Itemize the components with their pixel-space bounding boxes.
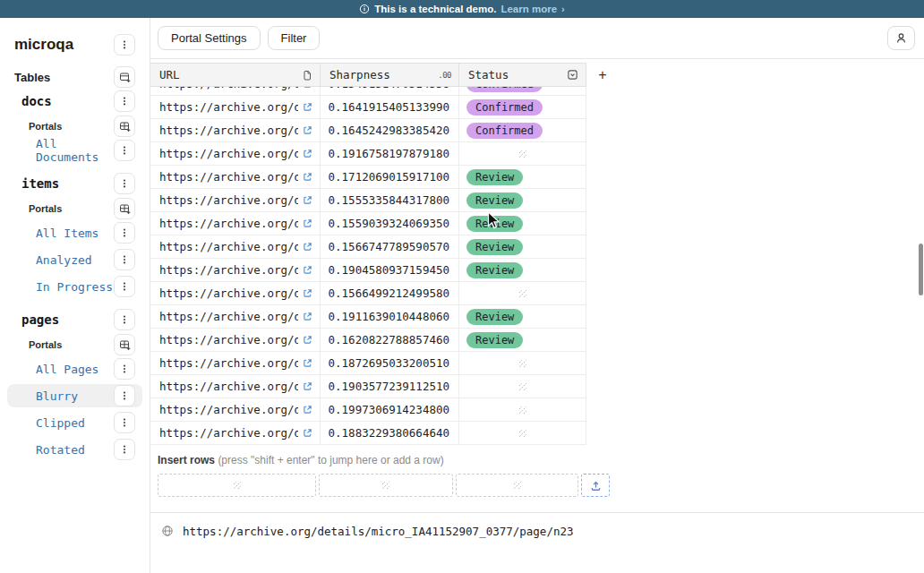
sharpness-cell[interactable]: 0.1555335844317800 xyxy=(321,189,459,212)
portal-menu-button[interactable] xyxy=(114,140,135,161)
sidebar-portal-clipped[interactable]: Clipped xyxy=(7,411,142,434)
banner-learn-more-link[interactable]: Learn more xyxy=(500,4,557,14)
portal-menu-button[interactable] xyxy=(114,358,135,380)
status-cell[interactable] xyxy=(459,352,586,375)
status-cell[interactable]: Review xyxy=(459,212,586,235)
status-cell[interactable] xyxy=(459,375,586,398)
sidebar-portal-blurry[interactable]: Blurry xyxy=(7,384,142,407)
status-cell[interactable]: Review xyxy=(459,259,586,282)
sharpness-cell[interactable]: 0.1883229380664640 xyxy=(321,422,459,445)
external-link-icon[interactable] xyxy=(303,242,312,252)
portal-settings-button[interactable]: Portal Settings xyxy=(158,26,261,50)
insert-cell-url[interactable] xyxy=(158,474,316,497)
status-cell[interactable]: Review xyxy=(459,166,586,189)
sharpness-cell[interactable]: 0.1566499212499580 xyxy=(321,282,459,305)
portal-menu-button[interactable] xyxy=(114,249,135,270)
table-menu-button[interactable] xyxy=(114,90,135,112)
url-cell[interactable]: https://archive.org/det… xyxy=(150,398,321,422)
portal-menu-button[interactable] xyxy=(114,276,135,297)
sharpness-cell[interactable]: 0.1712069015917100 xyxy=(321,166,459,189)
status-cell[interactable]: Review xyxy=(459,305,586,329)
sharpness-cell[interactable]: 0.1641915405133990 xyxy=(321,96,459,119)
url-cell[interactable]: https://archive.org/det… xyxy=(150,87,321,96)
account-button[interactable] xyxy=(887,26,915,50)
add-column-button[interactable]: + xyxy=(586,63,619,87)
external-link-icon[interactable] xyxy=(303,288,312,298)
workspace-menu-button[interactable] xyxy=(114,34,135,56)
portal-menu-button[interactable] xyxy=(114,439,135,460)
external-link-icon[interactable] xyxy=(303,358,312,368)
sharpness-cell[interactable]: 0.1645242983385420 xyxy=(321,119,459,142)
status-cell[interactable] xyxy=(459,282,586,305)
insert-cell-sharpness[interactable] xyxy=(319,474,453,497)
sidebar-portal-in-progress[interactable]: In Progress xyxy=(7,275,142,298)
url-cell[interactable]: https://archive.org/det… xyxy=(150,212,321,235)
url-cell[interactable]: https://archive.org/det… xyxy=(150,142,321,166)
sharpness-cell[interactable]: 0.1911639010448060 xyxy=(321,305,459,329)
filter-button[interactable]: Filter xyxy=(268,26,321,50)
external-link-icon[interactable] xyxy=(303,428,312,438)
url-cell[interactable]: https://archive.org/det… xyxy=(150,352,321,375)
table-menu-button[interactable] xyxy=(114,173,135,194)
add-table-button[interactable] xyxy=(114,66,135,88)
external-link-icon[interactable] xyxy=(303,149,312,158)
status-cell[interactable]: Review xyxy=(459,329,586,352)
url-cell[interactable]: https://archive.org/det… xyxy=(150,375,321,398)
url-cell[interactable]: https://archive.org/det… xyxy=(150,329,321,352)
column-header-sharpness[interactable]: Sharpness .00 xyxy=(321,63,459,87)
portal-menu-button[interactable] xyxy=(114,222,135,244)
portal-menu-button[interactable] xyxy=(114,412,135,433)
url-cell[interactable]: https://archive.org/det… xyxy=(150,422,321,445)
external-link-icon[interactable] xyxy=(303,405,312,415)
external-link-icon[interactable] xyxy=(303,172,312,182)
status-cell[interactable] xyxy=(459,142,586,166)
record-url[interactable]: https://archive.org/details/micro_IA4115… xyxy=(183,525,574,538)
insert-cell-status[interactable] xyxy=(456,474,578,497)
external-link-icon[interactable] xyxy=(303,218,312,228)
sidebar-table-items[interactable]: items xyxy=(0,172,150,195)
external-link-icon[interactable] xyxy=(303,102,312,112)
column-header-url[interactable]: URL xyxy=(150,63,321,87)
sidebar-portal-all-documents[interactable]: All Documents xyxy=(7,139,142,162)
sharpness-cell[interactable]: 0.1916758197879180 xyxy=(321,142,459,166)
status-cell[interactable]: Confirmed xyxy=(459,87,586,96)
status-cell[interactable]: Confirmed xyxy=(459,96,586,119)
url-cell[interactable]: https://archive.org/det… xyxy=(150,96,321,119)
url-cell[interactable]: https://archive.org/det… xyxy=(150,119,321,142)
url-cell[interactable]: https://archive.org/det… xyxy=(150,235,321,259)
status-cell[interactable] xyxy=(459,422,586,445)
external-link-icon[interactable] xyxy=(303,335,312,345)
external-link-icon[interactable] xyxy=(303,265,312,275)
status-cell[interactable]: Confirmed xyxy=(459,119,586,142)
url-cell[interactable]: https://archive.org/det… xyxy=(150,166,321,189)
sidebar-portal-all-items[interactable]: All Items xyxy=(7,221,142,244)
sharpness-cell[interactable]: 0.1903577239112510 xyxy=(321,375,459,398)
sidebar-portal-analyzed[interactable]: Analyzed xyxy=(7,248,142,271)
url-cell[interactable]: https://archive.org/det… xyxy=(150,282,321,305)
scrollbar-thumb[interactable] xyxy=(919,244,923,295)
sharpness-cell[interactable]: 0.1559039324069350 xyxy=(321,212,459,235)
external-link-icon[interactable] xyxy=(303,381,312,391)
sidebar-portal-rotated[interactable]: Rotated xyxy=(7,438,142,461)
external-link-icon[interactable] xyxy=(303,312,312,321)
external-link-icon[interactable] xyxy=(303,125,312,135)
sharpness-cell[interactable]: 0.1549151470514556 xyxy=(321,87,459,96)
status-cell[interactable]: Review xyxy=(459,189,586,212)
sidebar-table-docs[interactable]: docs xyxy=(0,90,150,113)
status-cell[interactable]: Review xyxy=(459,235,586,259)
sidebar-portal-all-pages[interactable]: All Pages xyxy=(7,357,142,381)
sharpness-cell[interactable]: 0.1997306914234800 xyxy=(321,398,459,422)
portals-grid-button[interactable] xyxy=(114,115,135,137)
status-cell[interactable] xyxy=(459,398,586,422)
sharpness-cell[interactable]: 0.1872695033200510 xyxy=(321,352,459,375)
column-header-status[interactable]: Status xyxy=(459,63,586,87)
url-cell[interactable]: https://archive.org/det… xyxy=(150,259,321,282)
sharpness-cell[interactable]: 0.1566747789590570 xyxy=(321,235,459,259)
portal-menu-button[interactable] xyxy=(114,385,135,406)
sharpness-cell[interactable]: 0.1620822788857460 xyxy=(321,329,459,352)
portals-grid-button[interactable] xyxy=(114,198,135,219)
url-cell[interactable]: https://archive.org/det… xyxy=(150,305,321,329)
external-link-icon[interactable] xyxy=(303,195,312,205)
external-link-icon[interactable] xyxy=(303,87,312,89)
sharpness-cell[interactable]: 0.1904580937159450 xyxy=(321,259,459,282)
